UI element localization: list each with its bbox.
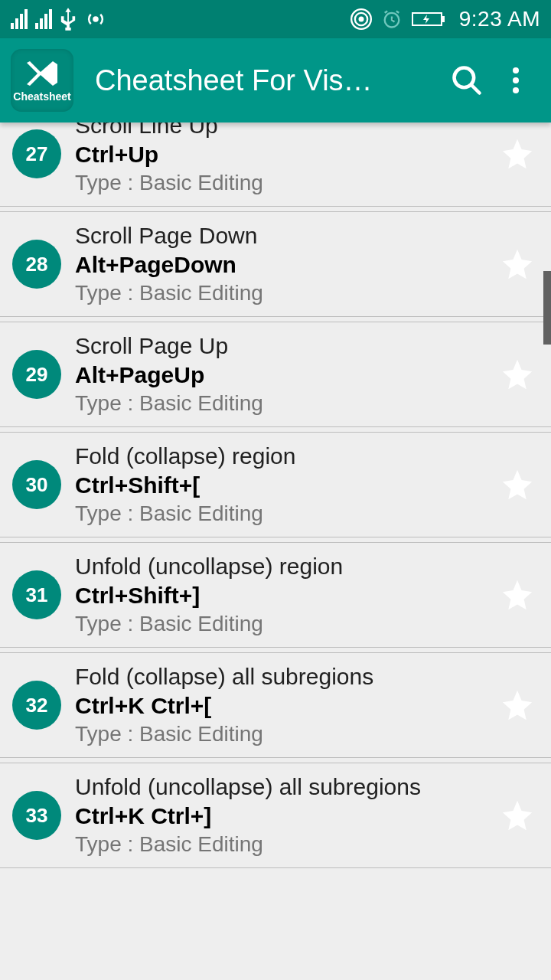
cast-icon: [350, 8, 372, 30]
item-content: Scroll Page Up Alt+PageUp Type : Basic E…: [75, 333, 491, 416]
item-number-badge: 29: [12, 350, 61, 399]
star-icon: [500, 247, 535, 282]
app-title: Cheatsheet For Vis…: [95, 64, 442, 97]
status-bar: 9:23 AM: [0, 0, 551, 38]
item-title: Fold (collapse) region: [75, 443, 491, 469]
status-clock: 9:23 AM: [459, 7, 540, 31]
favorite-button[interactable]: [497, 795, 537, 835]
item-type: Type : Basic Editing: [75, 501, 491, 526]
favorite-button[interactable]: [497, 244, 537, 284]
overflow-menu-button[interactable]: [491, 56, 540, 105]
svg-point-1: [358, 17, 364, 22]
item-title: Scroll Page Down: [75, 223, 491, 249]
item-content: Unfold (uncollapse) region Ctrl+Shift+] …: [75, 554, 491, 636]
favorite-button[interactable]: [497, 354, 537, 394]
item-number-badge: 31: [12, 570, 61, 619]
list-item[interactable]: 33 Unfold (uncollapse) all subregions Ct…: [0, 763, 551, 868]
list-item[interactable]: 28 Scroll Page Down Alt+PageDown Type : …: [0, 211, 551, 317]
svg-rect-6: [442, 16, 445, 22]
item-number-badge: 32: [12, 681, 61, 730]
star-icon: [500, 467, 535, 502]
list-item[interactable]: 31 Unfold (uncollapse) region Ctrl+Shift…: [0, 542, 551, 648]
star-icon: [500, 577, 535, 612]
item-shortcut: Ctrl+Shift+[: [75, 472, 491, 498]
app-logo-caption: Cheatsheet: [13, 90, 70, 103]
favorite-button[interactable]: [497, 575, 537, 615]
svg-point-9: [513, 67, 519, 74]
signal-1-icon: [11, 9, 28, 29]
item-content: Scroll Page Down Alt+PageDown Type : Bas…: [75, 223, 491, 305]
item-number-badge: 33: [12, 791, 61, 840]
svg-point-0: [93, 16, 99, 22]
star-icon: [500, 357, 535, 392]
battery-charging-icon: [412, 11, 445, 28]
star-icon: [500, 688, 535, 723]
item-content: Scroll Line Up Ctrl+Up Type : Basic Edit…: [75, 122, 491, 195]
search-icon: [450, 64, 484, 97]
status-left: [11, 8, 350, 31]
app-bar: Cheatsheet Cheatsheet For Vis…: [0, 38, 551, 122]
list-item[interactable]: 27 Scroll Line Up Ctrl+Up Type : Basic E…: [0, 122, 551, 207]
item-shortcut: Alt+PageDown: [75, 252, 491, 278]
item-title: Scroll Page Up: [75, 333, 491, 359]
item-shortcut: Ctrl+Up: [75, 142, 491, 168]
list-item[interactable]: 32 Fold (collapse) all subregions Ctrl+K…: [0, 652, 551, 758]
item-title: Scroll Line Up: [75, 122, 491, 139]
item-title: Fold (collapse) all subregions: [75, 664, 491, 690]
list-item[interactable]: 29 Scroll Page Up Alt+PageUp Type : Basi…: [0, 322, 551, 427]
item-type: Type : Basic Editing: [75, 832, 491, 857]
item-number-badge: 27: [12, 129, 61, 178]
item-title: Unfold (uncollapse) all subregions: [75, 774, 491, 800]
usb-icon: [60, 8, 77, 31]
item-type: Type : Basic Editing: [75, 722, 491, 746]
search-button[interactable]: [442, 56, 491, 105]
app-logo[interactable]: Cheatsheet: [11, 49, 73, 112]
item-title: Unfold (uncollapse) region: [75, 554, 491, 580]
item-type: Type : Basic Editing: [75, 612, 491, 636]
more-vert-icon: [513, 67, 519, 93]
item-type: Type : Basic Editing: [75, 171, 491, 195]
item-number-badge: 30: [12, 460, 61, 509]
item-content: Fold (collapse) all subregions Ctrl+K Ct…: [75, 664, 491, 746]
shortcut-list[interactable]: Type : Basic Editing 27 Scroll Line Up C…: [0, 122, 551, 980]
alarm-icon: [381, 8, 403, 30]
svg-point-10: [513, 77, 519, 83]
star-icon: [500, 136, 535, 172]
svg-point-11: [513, 87, 519, 93]
svg-line-8: [471, 85, 480, 93]
item-number-badge: 28: [12, 240, 61, 289]
item-type: Type : Basic Editing: [75, 391, 491, 416]
star-icon: [500, 798, 535, 833]
item-content: Unfold (uncollapse) all subregions Ctrl+…: [75, 774, 491, 857]
scrollbar-thumb[interactable]: [543, 271, 551, 345]
status-right: 9:23 AM: [350, 7, 540, 31]
app-logo-icon: [22, 58, 62, 89]
favorite-button[interactable]: [497, 134, 537, 174]
favorite-button[interactable]: [497, 685, 537, 725]
signal-2-icon: [35, 9, 52, 29]
item-shortcut: Alt+PageUp: [75, 362, 491, 388]
item-type: Type : Basic Editing: [75, 281, 491, 305]
item-shortcut: Ctrl+Shift+]: [75, 583, 491, 609]
item-shortcut: Ctrl+K Ctrl+[: [75, 693, 491, 719]
list-item[interactable]: 30 Fold (collapse) region Ctrl+Shift+[ T…: [0, 432, 551, 537]
favorite-button[interactable]: [497, 465, 537, 505]
hotspot-icon: [84, 8, 107, 31]
item-shortcut: Ctrl+K Ctrl+]: [75, 803, 491, 829]
item-content: Fold (collapse) region Ctrl+Shift+[ Type…: [75, 443, 491, 526]
